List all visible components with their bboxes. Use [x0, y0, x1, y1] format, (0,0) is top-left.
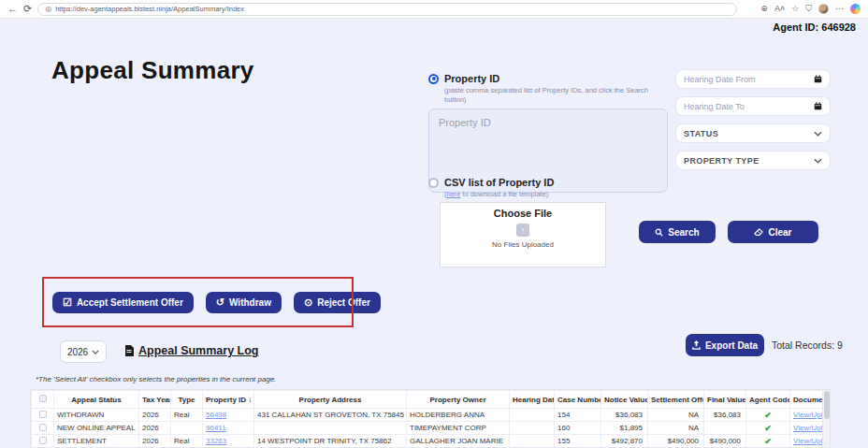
property-type-dropdown-label: PROPERTY TYPE: [684, 156, 810, 166]
site-info-icon[interactable]: ◎: [45, 5, 51, 13]
undo-icon: ↺: [216, 297, 224, 308]
property-id-radio[interactable]: [428, 74, 439, 84]
column-header-documents[interactable]: Documents: [790, 391, 825, 409]
status-dropdown[interactable]: STATUS: [675, 123, 831, 143]
notice-value-cell: $36,083: [601, 409, 648, 422]
chevron-down-icon: [814, 158, 822, 164]
collections-icon[interactable]: ⛉: [805, 5, 812, 13]
notice-value-cell: $492,870: [601, 435, 648, 448]
scrollbar-thumb[interactable]: [824, 391, 830, 419]
browser-toolbar: ← ⟳ ◎ https://dev-agentappeals.bistest.n…: [0, 0, 868, 19]
row-checkbox[interactable]: [39, 424, 47, 431]
settlement-offer-cell: NA: [648, 409, 704, 422]
property-id-cell: 33263: [203, 435, 254, 448]
csv-upload-section: CSV list of Property ID (here to downloa…: [428, 177, 668, 267]
appeal-status-cell: WITHDRAWN: [54, 409, 139, 422]
column-header-case-number[interactable]: Case Number: [555, 391, 601, 409]
calendar-icon[interactable]: [814, 75, 822, 83]
tax-year-cell: 2026: [139, 409, 171, 422]
csv-radio[interactable]: [428, 178, 439, 188]
row-select-cell: [32, 435, 54, 448]
address-bar[interactable]: ◎ https://dev-agentappeals.bistest.ninja…: [37, 3, 737, 16]
more-menu-icon[interactable]: ⋯: [835, 5, 844, 13]
column-header-agent-coded[interactable]: Agent Coded: [746, 391, 790, 409]
choose-file-dropzone[interactable]: Choose File ↑ No Files Uploaded: [440, 202, 606, 267]
settlement-offer-cell: $490,000: [648, 435, 704, 448]
zoom-icon[interactable]: ⊕: [760, 5, 768, 13]
documents-link[interactable]: View/Upload: [793, 424, 825, 432]
case-number-cell: 160: [555, 422, 601, 435]
tax-year-cell: 2026: [139, 422, 171, 435]
table-scrollbar[interactable]: [822, 390, 830, 447]
property-address-cell: 14 WESTPOINT DR TRINITY, TX 75862: [254, 435, 407, 448]
documents-cell: View/Upload: [790, 409, 825, 422]
column-header-type[interactable]: Type: [171, 391, 203, 409]
template-download-link[interactable]: here: [447, 190, 461, 198]
text-size-icon[interactable]: A˄: [774, 5, 785, 13]
settlement-offer-cell: NA: [648, 422, 704, 435]
choose-file-title: Choose File: [441, 208, 605, 219]
profile-avatar[interactable]: [818, 4, 829, 14]
chevron-down-icon: [92, 350, 99, 354]
property-owner-cell: TIMEPAYMENT CORP: [407, 422, 510, 435]
clear-button[interactable]: Clear: [728, 221, 818, 243]
row-checkbox[interactable]: [39, 411, 47, 418]
appeal-status-cell: NEW ONLINE APPEAL: [54, 422, 139, 435]
column-header-property-owner[interactable]: Property Owner: [407, 391, 510, 409]
total-records-label: Total Records: 9: [772, 340, 843, 351]
appeal-summary-log-link[interactable]: Appeal Summary Log: [124, 344, 259, 357]
column-header-final-value[interactable]: Final Value: [704, 391, 746, 409]
no-files-text: No Files Uploaded: [441, 240, 605, 249]
page-title: Appeal Summary: [51, 56, 254, 85]
export-data-button[interactable]: Export Data: [686, 334, 764, 356]
tax-year-select[interactable]: 2026: [60, 340, 107, 363]
documents-link[interactable]: View/Upload: [793, 411, 825, 419]
reload-icon[interactable]: ⟳: [23, 4, 32, 14]
copilot-icon[interactable]: [850, 4, 861, 14]
reject-offer-button[interactable]: ⊙ Reject Offer: [294, 292, 381, 313]
hearing-date-from-field[interactable]: [675, 69, 831, 89]
sort-descending-icon[interactable]: ↓: [246, 396, 252, 404]
column-header-hearing-date[interactable]: Hearing Date: [510, 391, 555, 409]
property-type-dropdown[interactable]: PROPERTY TYPE: [675, 151, 831, 170]
hearing-date-to-input[interactable]: [684, 102, 810, 111]
agent-id-label: Agent ID: 646928: [773, 22, 856, 33]
column-header-settlement-offer[interactable]: Settlement Offer: [648, 391, 704, 409]
accept-settlement-offer-button[interactable]: ☑ Accept Settlement Offer: [52, 292, 194, 313]
search-button[interactable]: Search: [639, 221, 716, 243]
column-header-notice-value[interactable]: Notice Value: [601, 391, 648, 409]
bulk-actions: ☑ Accept Settlement Offer ↺ Withdraw ⊙ R…: [52, 292, 381, 313]
calendar-icon[interactable]: [814, 102, 822, 110]
hearing-date-to-field[interactable]: [675, 96, 831, 116]
eraser-icon: [754, 228, 763, 237]
property-address-cell: [254, 422, 407, 435]
back-icon[interactable]: ←: [7, 4, 18, 14]
row-select-cell: [32, 422, 54, 435]
documents-link[interactable]: View/Upload: [793, 437, 825, 445]
status-dropdown-label: STATUS: [684, 129, 810, 138]
bookmark-star-icon[interactable]: ☆: [791, 5, 799, 13]
column-header-property-id[interactable]: Property ID ↓: [203, 391, 254, 409]
search-icon: [655, 228, 663, 237]
agent-coded-check-icon: ✔: [764, 437, 772, 446]
column-header-property-address[interactable]: Property Address: [254, 391, 407, 409]
final-value-cell: [704, 422, 746, 435]
row-checkbox[interactable]: [39, 437, 47, 444]
hearing-date-cell: [510, 422, 555, 435]
column-header-appeal-status[interactable]: Appeal Status: [54, 391, 139, 409]
property-id-link[interactable]: 33263: [206, 437, 226, 445]
file-upload-icon: ↑: [516, 224, 529, 237]
property-id-link[interactable]: 56498: [206, 411, 226, 419]
hearing-date-from-input[interactable]: [684, 75, 810, 84]
property-id-link[interactable]: 96411: [206, 424, 226, 432]
case-number-cell: 154: [555, 409, 601, 422]
checkbox-check-icon: ☑: [63, 297, 72, 308]
final-value-cell: $490,000: [704, 435, 746, 448]
withdraw-button[interactable]: ↺ Withdraw: [206, 292, 282, 313]
select-all-checkbox[interactable]: [39, 395, 47, 402]
documents-cell: View/Upload: [790, 422, 825, 435]
table-body: WITHDRAWN2026Real56498431 CALLAHAN ST GR…: [32, 409, 825, 448]
property-owner-cell: HOLDERBERG ANNA: [407, 409, 510, 422]
column-header-tax-year[interactable]: Tax Year: [139, 391, 171, 409]
filters-panel: STATUS PROPERTY TYPE: [675, 69, 831, 170]
